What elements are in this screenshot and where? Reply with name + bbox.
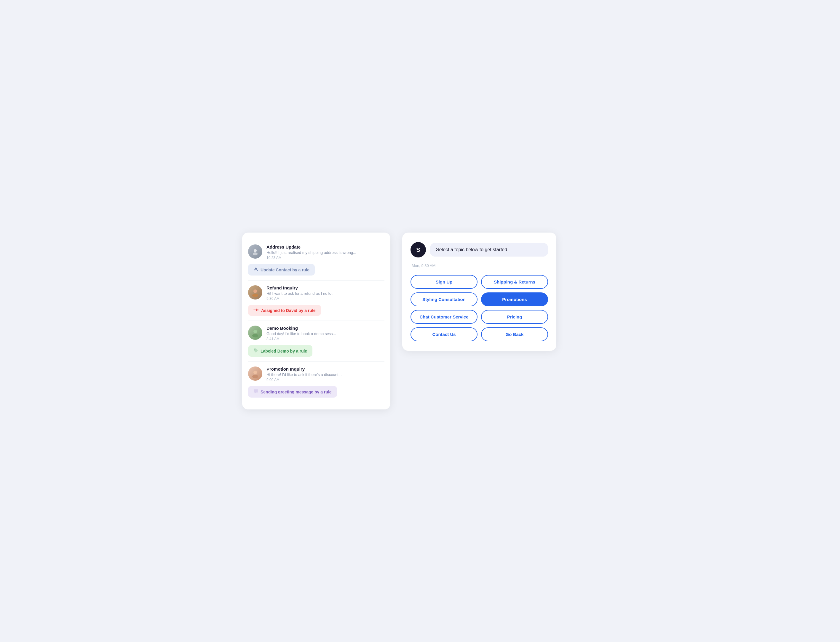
conversation-list: Address Update Hello!! I just realised m… [242, 233, 390, 409]
rule-badge-text: Update Contact by a rule [260, 268, 309, 272]
topic-btn-styling-consultation[interactable]: Styling Consultation [411, 292, 478, 306]
tag-icon [253, 348, 258, 354]
conv-preview: Hi there! I'd like to ask if there's a d… [266, 373, 384, 377]
conv-header: Address Update Hello!! I just realised m… [248, 245, 384, 260]
rule-badge-text: Sending greeting message by a rule [260, 389, 331, 394]
topic-btn-pricing[interactable]: Pricing [481, 310, 548, 324]
chat-header: S Select a topic below to get started [411, 242, 548, 258]
chat-bubble: Select a topic below to get started [430, 243, 548, 256]
conv-header: Refund Inquiry Hi! I want to ask for a r… [248, 285, 384, 301]
svg-point-4 [252, 293, 258, 297]
conv-title: Address Update [266, 245, 384, 250]
svg-point-9 [253, 330, 257, 333]
conv-preview: Hello!! I just realised my shipping addr… [266, 250, 384, 255]
rule-badge-assigned-david: Assigned to David by a rule [248, 305, 321, 316]
conv-title: Promotion Inquiry [266, 366, 384, 371]
conv-content-promotion-inquiry: Promotion Inquiry Hi there! I'd like to … [266, 366, 384, 382]
topic-btn-promotions[interactable]: Promotions [481, 292, 548, 306]
conv-preview: Good day! I'd like to book a demo sess..… [266, 332, 384, 336]
rule-badge-text: Assigned to David by a rule [261, 308, 316, 313]
rule-badge-sending-greeting: Sending greeting message by a rule [248, 386, 337, 397]
conv-time: 10:23 AM [266, 256, 384, 260]
topics-grid: Sign Up Shipping & Returns Styling Consu… [411, 275, 548, 341]
arrow-person-icon [253, 308, 259, 313]
topic-btn-sign-up[interactable]: Sign Up [411, 275, 478, 289]
svg-point-0 [254, 249, 257, 252]
conv-preview: Hi! I want to ask for a refund as I no l… [266, 291, 384, 296]
svg-point-13 [253, 371, 257, 374]
avatar-promotion-inquiry [248, 366, 262, 381]
svg-point-1 [253, 253, 258, 255]
svg-point-6 [257, 309, 259, 311]
chat-widget: S Select a topic below to get started Mo… [402, 233, 556, 351]
person-icon [253, 267, 258, 272]
conversation-item-refund-inquiry[interactable]: Refund Inquiry Hi! I want to ask for a r… [248, 280, 384, 321]
topic-btn-shipping-returns[interactable]: Shipping & Returns [481, 275, 548, 289]
rule-badge-update-contact: Update Contact by a rule [248, 264, 315, 276]
avatar-refund-inquiry [248, 285, 262, 300]
topic-btn-go-back[interactable]: Go Back [481, 327, 548, 341]
svg-point-10 [255, 349, 255, 350]
conv-time: 9:00 AM [266, 378, 384, 382]
conv-content-refund-inquiry: Refund Inquiry Hi! I want to ask for a r… [266, 285, 384, 301]
chat-bot-avatar: S [411, 242, 426, 258]
svg-point-8 [252, 334, 258, 337]
chat-icon [253, 389, 258, 395]
conv-title: Refund Inquiry [266, 285, 384, 290]
chat-timestamp: Mon, 9:30 AM [412, 263, 548, 268]
conv-title: Demo Booking [266, 326, 384, 331]
conversation-item-demo-booking[interactable]: Demo Booking Good day! I'd like to book … [248, 321, 384, 362]
conv-header: Promotion Inquiry Hi there! I'd like to … [248, 366, 384, 382]
avatar-demo-booking [248, 326, 262, 340]
svg-point-12 [252, 375, 258, 378]
conv-content-demo-booking: Demo Booking Good day! I'd like to book … [266, 326, 384, 341]
topic-btn-contact-us[interactable]: Contact Us [411, 327, 478, 341]
rule-badge-text: Labeled Demo by a rule [260, 349, 307, 353]
chat-avatar-letter: S [416, 246, 420, 253]
conversation-item-promotion-inquiry[interactable]: Promotion Inquiry Hi there! I'd like to … [248, 362, 384, 402]
svg-point-5 [253, 289, 257, 293]
conv-time: 9:30 AM [266, 297, 384, 301]
avatar-address-update [248, 245, 262, 259]
conv-content-address-update: Address Update Hello!! I just realised m… [266, 245, 384, 260]
rule-badge-labeled-demo: Labeled Demo by a rule [248, 345, 312, 357]
conversation-item-address-update[interactable]: Address Update Hello!! I just realised m… [248, 240, 384, 280]
main-container: Address Update Hello!! I just realised m… [242, 233, 598, 409]
conv-time: 8:41 AM [266, 337, 384, 341]
topic-btn-chat-customer-service[interactable]: Chat Customer Service [411, 310, 478, 324]
conv-header: Demo Booking Good day! I'd like to book … [248, 326, 384, 341]
